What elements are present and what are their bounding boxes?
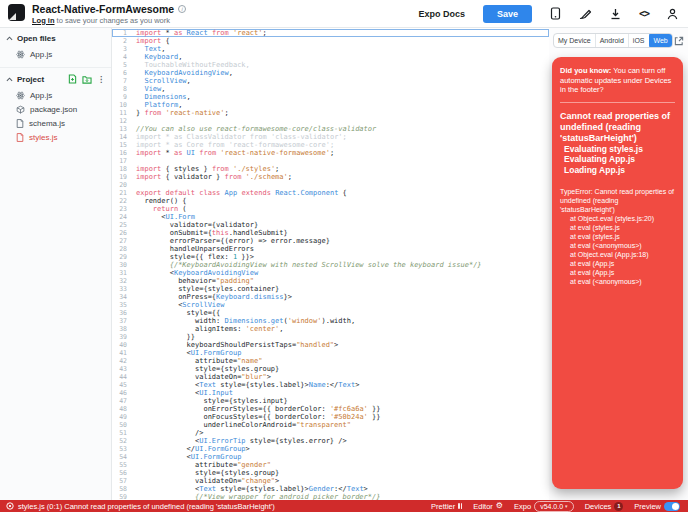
editor-settings-button[interactable]: Editor ⚙ <box>473 502 503 511</box>
preview-toggle-item[interactable]: Preview <box>634 502 680 511</box>
code-line-47[interactable]: 47 style={styles.input} <box>112 397 549 405</box>
code-line-56[interactable]: 56 style={styles.group} <box>112 469 549 477</box>
code-line-36[interactable]: 36 style={{ <box>112 309 549 317</box>
code-line-49[interactable]: 49 onFocusStyles={{ borderColor: '#50b24… <box>112 413 549 421</box>
project-header[interactable]: Project ⋮ <box>0 71 111 87</box>
device-preview-icon[interactable] <box>550 7 561 20</box>
embed-code-icon[interactable]: <> <box>639 8 649 19</box>
tab-android[interactable]: Android <box>596 34 629 47</box>
code-line-53[interactable]: 53 </UI.FormGroup> <box>112 445 549 453</box>
line-content: style={styles.group} <box>136 469 279 477</box>
code-line-28[interactable]: 28 handleUnparsedErrors <box>112 245 549 253</box>
code-line-41[interactable]: 41 <UI.FormGroup <box>112 349 549 357</box>
code-line-55[interactable]: 55 attribute="gender" <box>112 461 549 469</box>
code-line-43[interactable]: 43 style={styles.group} <box>112 365 549 373</box>
code-editor[interactable]: 1import * as React from 'react';2import … <box>112 28 549 500</box>
save-button[interactable]: Save <box>483 5 532 23</box>
code-line-29[interactable]: 29 style={{ flex: 1 }}> <box>112 253 549 261</box>
line-number: 35 <box>112 301 136 309</box>
file-package.json[interactable]: package.json <box>0 102 111 116</box>
react-icon <box>16 91 25 100</box>
code-line-59[interactable]: 59 {/*View wrapper for android picker bo… <box>112 493 549 500</box>
import-files-icon[interactable] <box>82 75 92 84</box>
expo-version[interactable]: Expo v54.0.0 ▾ <box>514 501 574 512</box>
code-line-1[interactable]: 1import * as React from 'react'; <box>112 29 549 37</box>
file-schema.js[interactable]: schema.js <box>0 116 111 130</box>
code-line-15[interactable]: 15import * as Core from 'react-formaweso… <box>112 141 549 149</box>
code-line-8[interactable]: 8 View, <box>112 85 549 93</box>
code-line-10[interactable]: 10 Platform, <box>112 101 549 109</box>
code-line-27[interactable]: 27 errorParser={(error) => error.message… <box>112 237 549 245</box>
code-line-30[interactable]: 30 {/*KeyboardAvoidingView with nested S… <box>112 261 549 269</box>
code-line-37[interactable]: 37 width: Dimensions.get('window').width… <box>112 317 549 325</box>
code-line-3[interactable]: 3 Text, <box>112 45 549 53</box>
code-line-32[interactable]: 32 behavior="padding" <box>112 277 549 285</box>
statusbar-error-text[interactable]: styles.js (0:1) Cannot read properties o… <box>18 502 275 511</box>
code-line-17[interactable]: 17 <box>112 157 549 165</box>
code-line-44[interactable]: 44 validateOn="blur"> <box>112 373 549 381</box>
open-external-icon[interactable] <box>674 36 684 46</box>
code-line-35[interactable]: 35 <ScrollView <box>112 301 549 309</box>
code-line-48[interactable]: 48 onErrorStyles={{ borderColor: '#fc6a6… <box>112 405 549 413</box>
code-line-22[interactable]: 22 render() { <box>112 197 549 205</box>
snack-logo[interactable] <box>8 4 25 21</box>
tab-ios[interactable]: iOS <box>629 34 650 47</box>
login-link[interactable]: Log in <box>32 16 55 25</box>
code-line-19[interactable]: 19import { validator } from './schema'; <box>112 173 549 181</box>
info-icon[interactable]: i <box>178 5 186 13</box>
code-line-50[interactable]: 50 underlineColorAndroid="transparent" <box>112 421 549 429</box>
file-styles.js[interactable]: styles.js <box>0 130 111 144</box>
code-line-23[interactable]: 23 return ( <box>112 205 549 213</box>
did-you-know-tip: Did you know: You can turn off automatic… <box>560 66 675 95</box>
sidebar: Open files App.js Project ⋮ App <box>0 28 112 500</box>
code-line-52[interactable]: 52 <UI.ErrorTip style={styles.error} /> <box>112 437 549 445</box>
code-line-31[interactable]: 31 <KeyboardAvoidingView <box>112 269 549 277</box>
code-line-45[interactable]: 45 <Text style={styles.label}>Name:</Tex… <box>112 381 549 389</box>
code-line-20[interactable]: 20 <box>112 181 549 189</box>
file-App.js[interactable]: App.js <box>0 47 111 61</box>
code-line-25[interactable]: 25 validator={validator} <box>112 221 549 229</box>
chevron-down-icon: ▾ <box>565 502 568 511</box>
preview-toggle[interactable] <box>664 502 680 511</box>
code-line-40[interactable]: 40 keyboardShouldPersistTaps="handled"> <box>112 341 549 349</box>
code-line-38[interactable]: 38 alignItems: 'center', <box>112 325 549 333</box>
code-line-51[interactable]: 51 /> <box>112 429 549 437</box>
code-line-34[interactable]: 34 onPress={Keyboard.dismiss}> <box>112 293 549 301</box>
line-content: <UI.FormGroup <box>136 349 241 357</box>
file-App.js[interactable]: App.js <box>0 88 111 102</box>
code-line-58[interactable]: 58 <Text style={styles.label}>Gender:</T… <box>112 485 549 493</box>
prettier-button[interactable]: Prettier <box>431 502 462 511</box>
code-line-18[interactable]: 18import { styles } from './styles'; <box>112 165 549 173</box>
new-file-icon[interactable] <box>68 74 77 84</box>
code-line-57[interactable]: 57 validateOn="change"> <box>112 477 549 485</box>
tab-web[interactable]: Web <box>649 33 673 48</box>
download-icon[interactable] <box>610 8 621 20</box>
code-line-11[interactable]: 11} from 'react-native'; <box>112 109 549 117</box>
tab-my-device[interactable]: My Device <box>554 34 596 47</box>
code-line-33[interactable]: 33 style={styles.container} <box>112 285 549 293</box>
theme-icon[interactable] <box>579 8 592 20</box>
code-line-6[interactable]: 6 KeyboardAvoidingView, <box>112 69 549 77</box>
code-line-16[interactable]: 16import * as UI from 'react-native-form… <box>112 149 549 157</box>
code-line-4[interactable]: 4 Keyboard, <box>112 53 549 61</box>
code-line-13[interactable]: 13//You can also use react-formawesome-c… <box>112 125 549 133</box>
code-line-14[interactable]: 14import * as ClassValidator from 'class… <box>112 133 549 141</box>
code-line-54[interactable]: 54 <UI.FormGroup <box>112 453 549 461</box>
code-line-46[interactable]: 46 <UI.Input <box>112 389 549 397</box>
expo-docs-link[interactable]: Expo Docs <box>418 9 465 19</box>
code-line-24[interactable]: 24 <UI.Form <box>112 213 549 221</box>
project-menu-icon[interactable]: ⋮ <box>97 75 105 84</box>
code-line-21[interactable]: 21export default class App extends React… <box>112 189 549 197</box>
code-line-12[interactable]: 12 <box>112 117 549 125</box>
code-line-39[interactable]: 39 }} <box>112 333 549 341</box>
sdk-version-pill[interactable]: v54.0.0 ▾ <box>534 501 573 512</box>
code-line-7[interactable]: 7 ScrollView, <box>112 77 549 85</box>
account-icon[interactable] <box>667 8 678 20</box>
devices-button[interactable]: Devices 1 <box>585 502 624 511</box>
code-line-42[interactable]: 42 attribute="name" <box>112 357 549 365</box>
code-line-2[interactable]: 2import { <box>112 37 549 45</box>
code-line-26[interactable]: 26 onSubmit={this.handleSubmit} <box>112 229 549 237</box>
code-line-5[interactable]: 5 TouchableWithoutFeedback, <box>112 61 549 69</box>
code-line-9[interactable]: 9 Dimensions, <box>112 93 549 101</box>
open-files-header[interactable]: Open files <box>0 31 111 46</box>
